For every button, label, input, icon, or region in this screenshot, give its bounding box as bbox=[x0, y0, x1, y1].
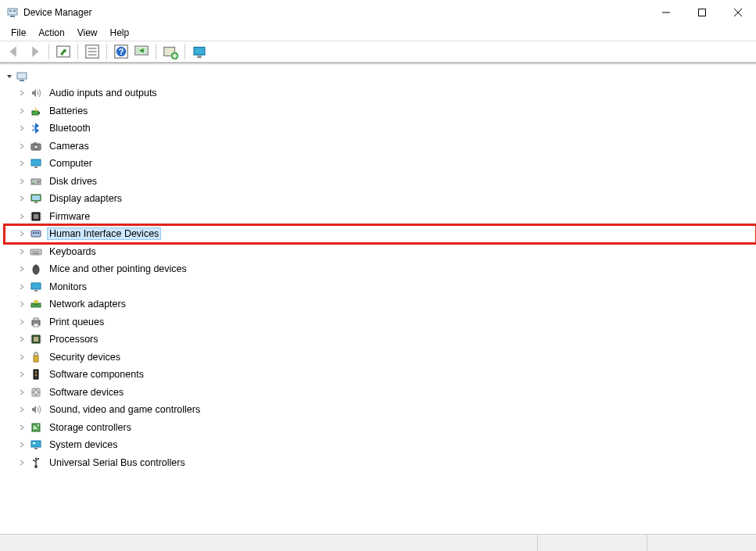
tree-item[interactable]: Print queues bbox=[5, 313, 756, 331]
tree-item-label: Disk drives bbox=[47, 175, 99, 188]
chevron-right-icon[interactable] bbox=[17, 317, 27, 327]
close-button[interactable] bbox=[720, 0, 756, 25]
device-tree[interactable]: Audio inputs and outputsBatteriesBluetoo… bbox=[0, 66, 756, 534]
chevron-right-icon[interactable] bbox=[17, 440, 27, 449]
tree-item[interactable]: Firmware bbox=[5, 208, 756, 226]
svg-rect-55 bbox=[34, 251, 36, 252]
toolbar-separator bbox=[185, 44, 185, 59]
menubar: File Action View Help bbox=[0, 25, 756, 41]
svg-text:?: ? bbox=[119, 47, 124, 56]
tree-item[interactable]: Software devices bbox=[5, 384, 756, 402]
tree-item-label: Sound, video and game controllers bbox=[47, 403, 202, 416]
storage-icon bbox=[30, 421, 42, 434]
svg-rect-34 bbox=[34, 166, 38, 168]
maximize-button[interactable] bbox=[684, 0, 720, 25]
minimize-button[interactable] bbox=[648, 0, 684, 25]
show-hidden-button[interactable] bbox=[54, 42, 73, 61]
svg-rect-70 bbox=[34, 337, 38, 342]
system-icon bbox=[30, 438, 42, 451]
svg-rect-51 bbox=[35, 232, 37, 234]
svg-rect-67 bbox=[34, 318, 38, 320]
svg-rect-91 bbox=[38, 458, 39, 460]
devices-printers-button[interactable] bbox=[190, 42, 209, 61]
tree-item[interactable]: Display adapters bbox=[5, 190, 756, 208]
chevron-right-icon[interactable] bbox=[17, 212, 27, 221]
svg-rect-54 bbox=[32, 251, 34, 252]
chevron-right-icon[interactable] bbox=[17, 247, 27, 256]
chevron-down-icon[interactable] bbox=[5, 72, 14, 81]
chevron-right-icon[interactable] bbox=[17, 194, 27, 203]
chevron-right-icon[interactable] bbox=[17, 299, 27, 309]
menu-file[interactable]: File bbox=[5, 26, 32, 40]
tree-item[interactable]: Audio inputs and outputs bbox=[5, 84, 756, 102]
menu-action[interactable]: Action bbox=[32, 26, 70, 40]
tree-item[interactable]: Bluetooth bbox=[5, 120, 756, 138]
svg-rect-87 bbox=[33, 442, 35, 444]
soft-comp-icon bbox=[30, 368, 42, 381]
svg-rect-50 bbox=[33, 232, 34, 234]
chevron-right-icon[interactable] bbox=[17, 370, 27, 379]
printer-icon bbox=[30, 316, 42, 328]
svg-rect-61 bbox=[31, 283, 41, 289]
toolbar-separator bbox=[48, 44, 49, 59]
tree-item-label: Keyboards bbox=[47, 245, 99, 258]
keyboard-icon bbox=[30, 245, 42, 258]
chevron-right-icon[interactable] bbox=[17, 264, 27, 274]
chevron-right-icon[interactable] bbox=[17, 352, 27, 362]
help-button[interactable]: ? bbox=[112, 42, 131, 61]
tree-item[interactable]: Disk drives bbox=[5, 173, 756, 191]
toolbar-separator bbox=[156, 44, 156, 59]
tree-item[interactable]: Cameras bbox=[5, 138, 756, 156]
usb-icon bbox=[30, 456, 42, 469]
scan-hardware-button[interactable] bbox=[132, 42, 151, 61]
tree-item[interactable]: Batteries bbox=[5, 102, 756, 120]
tree-item[interactable]: Software components bbox=[5, 366, 756, 384]
tree-item[interactable]: Computer bbox=[5, 155, 756, 173]
chevron-right-icon[interactable] bbox=[17, 405, 27, 414]
chevron-right-icon[interactable] bbox=[17, 177, 27, 186]
svg-point-84 bbox=[38, 424, 39, 426]
add-legacy-button[interactable] bbox=[161, 42, 180, 61]
chevron-right-icon[interactable] bbox=[17, 388, 27, 397]
tree-item[interactable]: Human Interface Devices bbox=[5, 225, 756, 243]
svg-rect-1 bbox=[10, 16, 15, 17]
tree-item[interactable]: System devices bbox=[5, 436, 756, 454]
chevron-right-icon[interactable] bbox=[17, 423, 27, 432]
chevron-right-icon[interactable] bbox=[17, 106, 27, 116]
svg-point-36 bbox=[38, 181, 40, 183]
display-icon bbox=[30, 192, 42, 205]
chevron-right-icon[interactable] bbox=[17, 458, 27, 467]
network-icon bbox=[30, 298, 42, 310]
chevron-right-icon[interactable] bbox=[17, 141, 27, 151]
tree-item[interactable]: Mice and other pointing devices bbox=[5, 260, 756, 278]
forward-button[interactable] bbox=[25, 42, 44, 61]
svg-rect-27 bbox=[20, 80, 24, 81]
mouse-icon bbox=[30, 263, 42, 275]
chevron-right-icon[interactable] bbox=[17, 159, 27, 168]
tree-item[interactable]: Keyboards bbox=[5, 243, 756, 261]
chevron-right-icon[interactable] bbox=[17, 282, 27, 292]
tree-item[interactable]: Processors bbox=[5, 331, 756, 349]
tree-item[interactable]: Monitors bbox=[5, 278, 756, 296]
svg-rect-2 bbox=[9, 10, 12, 12]
tree-item[interactable]: Universal Serial Bus controllers bbox=[5, 454, 756, 472]
tree-item[interactable]: Sound, video and game controllers bbox=[5, 401, 756, 419]
chevron-right-icon[interactable] bbox=[17, 88, 27, 98]
tree-item-label: Audio inputs and outputs bbox=[47, 87, 159, 99]
back-button[interactable] bbox=[5, 42, 23, 61]
chevron-right-icon[interactable] bbox=[17, 123, 27, 133]
menu-view[interactable]: View bbox=[71, 26, 104, 40]
svg-rect-42 bbox=[34, 214, 38, 219]
tree-item[interactable]: Storage controllers bbox=[5, 419, 756, 437]
properties-button[interactable] bbox=[83, 42, 102, 61]
tree-root[interactable] bbox=[5, 69, 756, 84]
chevron-right-icon[interactable] bbox=[17, 229, 27, 238]
tree-item[interactable]: Security devices bbox=[5, 349, 756, 367]
svg-rect-3 bbox=[13, 10, 16, 12]
tree-item[interactable]: Network adapters bbox=[5, 295, 756, 313]
chip-icon bbox=[30, 210, 42, 223]
chevron-right-icon[interactable] bbox=[17, 335, 27, 344]
camera-icon bbox=[30, 140, 42, 152]
bluetooth-icon bbox=[30, 122, 42, 134]
menu-help[interactable]: Help bbox=[104, 26, 136, 40]
